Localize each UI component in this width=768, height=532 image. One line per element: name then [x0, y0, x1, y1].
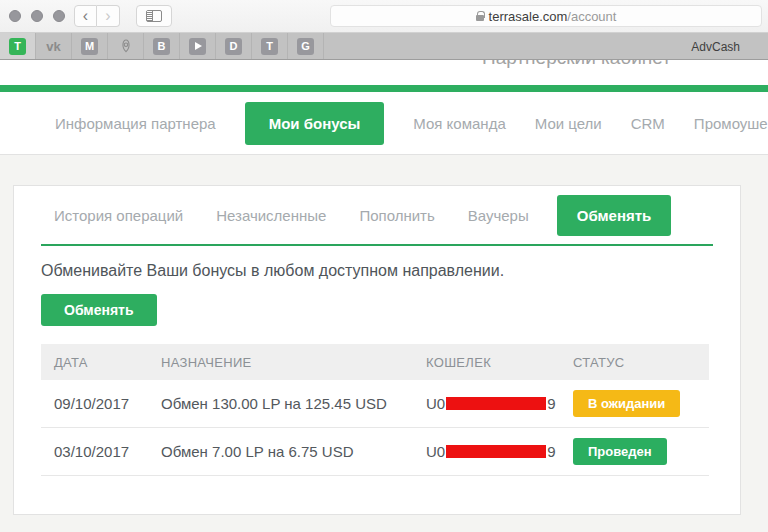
- zoom-button[interactable]: [53, 10, 65, 22]
- tab-promotions[interactable]: Промоушены: [694, 115, 768, 132]
- d-favicon-icon: D: [225, 38, 242, 55]
- sub-nav: История операций Незачисленные Пополнить…: [41, 186, 713, 246]
- b-favicon-icon: B: [153, 38, 170, 55]
- history-nav: ‹ ›: [74, 5, 120, 27]
- page-title: Партнерский кабинет: [482, 60, 671, 69]
- sidebar-icon: [146, 10, 162, 22]
- back-button[interactable]: ‹: [74, 5, 97, 27]
- table-header-row: ДАТА НАЗНАЧЕНИЕ КОШЕЛЕК СТАТУС: [41, 344, 709, 380]
- close-button[interactable]: [9, 10, 21, 22]
- row-wallet: U09: [413, 395, 560, 412]
- t-favicon-icon: T: [261, 38, 278, 55]
- status-badge: В ожидании: [573, 390, 680, 417]
- masthead: Партнерский кабинет: [0, 60, 768, 85]
- wallet-redaction: [446, 445, 546, 458]
- col-header-status: СТАТУС: [560, 355, 709, 370]
- tab-crm[interactable]: CRM: [631, 115, 665, 132]
- bookmark-b[interactable]: B: [144, 33, 180, 59]
- url-path: /account: [567, 9, 616, 24]
- bookmarks-bar: T vk M B D T G AdvCash: [0, 33, 768, 60]
- wallet-redaction: [446, 397, 546, 410]
- operations-table: ДАТА НАЗНАЧЕНИЕ КОШЕЛЕК СТАТУС 09/10/201…: [41, 344, 709, 476]
- row-date: 09/10/2017: [41, 395, 148, 412]
- exchange-button[interactable]: Обменять: [41, 294, 157, 326]
- row-purpose: Обмен 7.00 LP на 6.75 USD: [148, 443, 413, 460]
- row-date: 03/10/2017: [41, 443, 148, 460]
- url-host: terrasale.com: [489, 9, 568, 24]
- bookmark-g[interactable]: G: [288, 33, 324, 59]
- tab-my-bonuses[interactable]: Мои бонусы: [245, 102, 385, 145]
- forward-button[interactable]: ›: [97, 5, 120, 27]
- col-header-purpose: НАЗНАЧЕНИЕ: [148, 355, 413, 370]
- terrasale-favicon-icon: T: [9, 38, 26, 55]
- sidebar-toggle-button[interactable]: [136, 5, 172, 27]
- bookmark-youtube[interactable]: [180, 33, 216, 59]
- browser-window: ‹ › terrasale.com/account T vk M B: [0, 0, 768, 532]
- bookmark-terrasale[interactable]: T: [0, 33, 36, 59]
- lock-icon: [476, 15, 484, 21]
- subtab-exchange[interactable]: Обменять: [557, 195, 672, 236]
- bookmark-m[interactable]: M: [72, 33, 108, 59]
- tab-my-team[interactable]: Моя команда: [413, 115, 505, 132]
- bookmark-t[interactable]: T: [252, 33, 288, 59]
- g-favicon-icon: G: [297, 38, 314, 55]
- header-accent-bar: [0, 85, 768, 92]
- row-wallet: U09: [413, 443, 560, 460]
- table-row: 09/10/2017 Обмен 130.00 LP на 125.45 USD…: [41, 380, 709, 428]
- subtab-vouchers[interactable]: Ваучеры: [468, 207, 529, 224]
- row-status: Проведен: [560, 438, 709, 465]
- bonuses-card: История операций Незачисленные Пополнить…: [13, 185, 741, 515]
- col-header-date: ДАТА: [41, 355, 148, 370]
- vk-icon: vk: [45, 38, 62, 55]
- browser-toolbar: ‹ › terrasale.com/account: [0, 0, 768, 33]
- main-nav: Информация партнера Мои бонусы Моя коман…: [0, 92, 768, 155]
- exchange-description: Обменивайте Ваши бонусы в любом доступно…: [41, 262, 713, 280]
- row-status: В ожидании: [560, 390, 709, 417]
- bookmark-vk[interactable]: vk: [36, 33, 72, 59]
- airbnb-icon: [118, 38, 134, 54]
- subtab-history[interactable]: История операций: [54, 207, 183, 224]
- address-bar[interactable]: terrasale.com/account: [330, 5, 762, 27]
- subtab-topup[interactable]: Пополнить: [359, 207, 434, 224]
- m-favicon-icon: M: [81, 38, 98, 55]
- traffic-lights: [9, 10, 65, 22]
- tab-my-goals[interactable]: Мои цели: [535, 115, 602, 132]
- minimize-button[interactable]: [31, 10, 43, 22]
- tab-partner-info[interactable]: Информация партнера: [55, 115, 216, 132]
- bookmark-d[interactable]: D: [216, 33, 252, 59]
- table-row: 03/10/2017 Обмен 7.00 LP на 6.75 USD U09…: [41, 428, 709, 476]
- col-header-wallet: КОШЕЛЕК: [413, 355, 560, 370]
- row-purpose: Обмен 130.00 LP на 125.45 USD: [148, 395, 413, 412]
- status-badge: Проведен: [573, 438, 667, 465]
- youtube-play-icon: [189, 38, 206, 55]
- bookmark-airbnb[interactable]: [108, 33, 144, 59]
- bookmark-advcash[interactable]: AdvCash: [691, 33, 740, 60]
- subtab-uncredited[interactable]: Незачисленные: [216, 207, 326, 224]
